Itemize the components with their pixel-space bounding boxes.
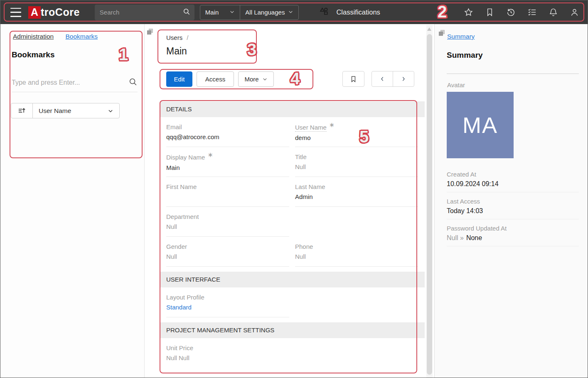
bookmarks-icon[interactable] <box>485 7 495 17</box>
app-window: A troCore Main All Languages <box>0 0 588 378</box>
breadcrumb: Administration Bookmarks <box>13 33 98 40</box>
global-search-input[interactable] <box>100 9 182 16</box>
field-cell: Emailqqq@atrocore.com <box>166 117 289 147</box>
field-label: Email <box>166 123 182 130</box>
field-label: Phone <box>295 243 313 250</box>
more-button[interactable]: More <box>238 71 274 87</box>
breadcrumb-separator: / <box>187 34 188 41</box>
field-cell: Display Name∗Main <box>166 147 289 177</box>
access-button[interactable]: Access <box>197 71 234 87</box>
layout-profile-select[interactable]: Main <box>200 5 240 20</box>
field-value-text: None <box>466 234 482 241</box>
user-profile-icon[interactable] <box>569 7 579 17</box>
scrollbar-thumb[interactable] <box>427 34 432 375</box>
search-icon[interactable] <box>182 7 191 17</box>
field-label: Layout Profile <box>166 294 204 301</box>
field-cell: GenderNull <box>166 237 289 267</box>
entity-header: Classifications <box>319 6 380 18</box>
field-value: Main <box>166 164 289 172</box>
scope-selectors: Main All Languages <box>200 5 299 20</box>
breadcrumb-bookmarks-link[interactable]: Bookmarks <box>66 33 98 40</box>
record-title: Main <box>166 46 187 57</box>
next-record-button[interactable] <box>393 71 414 86</box>
field-label: Department <box>166 213 199 220</box>
record-pagination <box>371 71 414 87</box>
field-value: Null <box>295 253 418 261</box>
navbar-icons <box>463 0 579 24</box>
detail-section: DETAILSEmailqqq@atrocore.comUser Name∗de… <box>160 101 425 267</box>
field-label: First Name <box>166 183 197 190</box>
chevron-down-icon <box>229 9 235 16</box>
section-header[interactable]: USER INTERFACE <box>160 272 425 287</box>
empty-cell <box>295 338 418 368</box>
field-value-text: Today 14:03 <box>447 207 483 214</box>
field-label: Display Name <box>166 154 205 161</box>
field-cell: First Name <box>166 177 289 207</box>
field-value: Null <box>295 163 418 172</box>
search-icon[interactable] <box>128 77 138 88</box>
notifications-bell-icon[interactable] <box>548 7 558 17</box>
field-cell: TitleNull <box>295 147 418 177</box>
top-navbar: A troCore Main All Languages <box>0 0 588 24</box>
detail-section: PROJECT MANAGEMENT SETTINGSUnit PriceNul… <box>160 322 425 368</box>
section-header[interactable]: PROJECT MANAGEMENT SETTINGS <box>160 322 425 338</box>
empty-cell <box>295 207 418 237</box>
field-cell: User Name∗demo <box>295 117 418 147</box>
summary-field: Password Updated AtNull »None <box>447 219 579 246</box>
collapse-left-panel-icon[interactable] <box>146 28 154 37</box>
previous-record-button[interactable] <box>372 71 393 86</box>
more-button-label: More <box>244 76 258 83</box>
language-select[interactable]: All Languages <box>240 5 298 20</box>
breadcrumb: Users / <box>166 34 189 41</box>
field-value: Null Null <box>166 354 289 363</box>
logo-text: troCore <box>41 6 80 18</box>
history-icon[interactable] <box>506 7 516 17</box>
breadcrumb-users-link[interactable]: Users <box>166 34 182 41</box>
summary-title: Summary <box>447 51 483 60</box>
entity-title: Classifications <box>336 8 380 16</box>
avatar[interactable]: MA <box>447 92 514 158</box>
left-panel-title: Bookmarks <box>12 50 55 59</box>
main-content-panel: Users / Main Edit Access More DETAILSEma… <box>145 24 434 378</box>
checklist-icon[interactable] <box>527 7 537 17</box>
field-label: Unit Price <box>166 344 193 351</box>
summary-tab-link[interactable]: Summary <box>447 33 475 40</box>
field-value: Today 14:03 <box>447 207 579 215</box>
record-detail-sections: DETAILSEmailqqq@atrocore.comUser Name∗de… <box>160 101 425 373</box>
app-logo[interactable]: A troCore <box>28 6 80 19</box>
summary-field: Last AccessToday 14:03 <box>447 192 579 219</box>
edit-button[interactable]: Edit <box>166 71 192 87</box>
field-value-link[interactable]: Standard <box>166 304 289 312</box>
required-asterisk: ∗ <box>329 121 335 128</box>
left-sidebar-panel: Administration Bookmarks Bookmarks User … <box>0 24 145 378</box>
section-header[interactable]: DETAILS <box>160 101 425 117</box>
chevron-down-icon <box>262 76 268 82</box>
breadcrumb-administration-link[interactable]: Administration <box>13 33 54 40</box>
chevron-left-icon <box>379 76 386 82</box>
field-value: Null <box>166 223 289 231</box>
collapse-right-panel-icon[interactable] <box>438 29 445 39</box>
scrollbar-up-arrow[interactable] <box>427 27 431 31</box>
summary-field: Created At10.09.2024 09:14 <box>447 165 579 192</box>
sort-field-select[interactable]: User Name <box>33 103 119 118</box>
field-label: Last Access <box>447 198 579 205</box>
hamburger-menu-icon[interactable] <box>10 8 21 17</box>
field-value: demo <box>295 134 418 142</box>
field-cell: Unit PriceNull Null <box>166 338 289 368</box>
field-cell: Layout ProfileStandard <box>166 287 289 317</box>
divider <box>447 74 579 74</box>
field-value <box>166 193 289 201</box>
field-value-text: 10.09.2024 09:14 <box>447 180 499 187</box>
field-label: Gender <box>166 243 187 250</box>
global-search <box>95 5 194 20</box>
favorites-star-icon[interactable] <box>463 7 473 17</box>
field-label: Created At <box>447 171 579 178</box>
sort-order-button[interactable] <box>11 103 33 118</box>
field-value: qqq@atrocore.com <box>166 133 289 142</box>
field-label: Password Updated At <box>447 225 579 232</box>
vertical-scrollbar[interactable] <box>426 25 433 378</box>
bookmarks-search-input[interactable] <box>12 79 128 86</box>
field-label: Title <box>295 153 307 160</box>
bookmark-record-button[interactable] <box>342 71 364 87</box>
layout-profile-select-value: Main <box>205 9 219 16</box>
